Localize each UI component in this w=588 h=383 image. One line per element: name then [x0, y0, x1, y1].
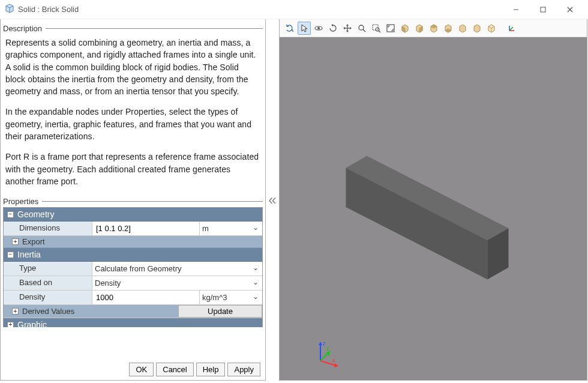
group-graphic-label: Graphic: [17, 320, 47, 327]
update-button[interactable]: Update: [178, 305, 262, 318]
view-right-icon[interactable]: [470, 22, 484, 35]
panel-collapse-handle[interactable]: «: [266, 19, 279, 381]
ok-button[interactable]: OK: [129, 363, 154, 376]
description-p3: Port R is a frame port that represents a…: [5, 151, 260, 187]
row-density: Density kg/m^3: [4, 291, 262, 305]
properties-tree[interactable]: − Geometry Dimensions m + E: [3, 207, 263, 327]
svg-marker-30: [460, 25, 466, 32]
cancel-button[interactable]: Cancel: [156, 363, 193, 376]
view-front-icon[interactable]: [398, 22, 412, 35]
svg-line-20: [379, 31, 380, 32]
svg-marker-12: [346, 24, 349, 26]
refresh-icon[interactable]: [283, 22, 296, 35]
axis-triad-icon: z x y: [310, 338, 340, 368]
svg-rect-3: [541, 7, 545, 12]
collapse-icon[interactable]: −: [7, 211, 14, 218]
svg-text:y: y: [326, 345, 329, 351]
viewport-toolbar: [280, 19, 587, 37]
view-iso-icon[interactable]: [485, 22, 498, 35]
svg-line-17: [363, 29, 365, 32]
maximize-button[interactable]: [529, 1, 556, 18]
basedon-select[interactable]: Density: [92, 277, 262, 289]
svg-marker-41: [319, 342, 322, 345]
svg-marker-15: [350, 27, 352, 29]
svg-marker-9: [331, 24, 333, 26]
svg-marker-44: [334, 363, 338, 367]
basedon-label: Based on: [4, 276, 92, 290]
subgroup-export[interactable]: + Export: [4, 236, 262, 248]
pan-icon[interactable]: [341, 22, 354, 35]
fit-icon[interactable]: [384, 22, 397, 35]
group-inertia[interactable]: − Inertia: [4, 248, 262, 262]
subgroup-derived[interactable]: + Derived Values: [4, 305, 178, 318]
view-left-icon[interactable]: [456, 22, 469, 35]
density-unit-select[interactable]: kg/m^3: [200, 292, 262, 303]
view-bottom-icon[interactable]: [442, 22, 455, 35]
type-select[interactable]: Calculate from Geometry: [92, 263, 262, 274]
group-graphic[interactable]: + Graphic: [4, 318, 262, 327]
expand-icon[interactable]: +: [12, 308, 19, 315]
svg-text:z: z: [323, 340, 326, 346]
group-geometry[interactable]: − Geometry: [4, 208, 262, 222]
close-button[interactable]: [556, 1, 583, 18]
svg-marker-14: [343, 27, 345, 29]
description-p1: Represents a solid combining a geometry,…: [5, 37, 260, 97]
help-button[interactable]: Help: [196, 363, 226, 376]
svg-marker-6: [302, 25, 307, 32]
minimize-button[interactable]: [502, 1, 529, 18]
svg-marker-31: [474, 25, 480, 32]
left-panel: Description Represents a solid combining…: [0, 19, 266, 381]
row-basedon: Based on Density: [4, 276, 262, 291]
svg-marker-13: [346, 31, 349, 32]
orbit-icon[interactable]: [312, 22, 325, 35]
cursor-icon[interactable]: [298, 22, 311, 35]
svg-line-36: [509, 27, 513, 31]
title-bar: Solid : Brick Solid: [0, 0, 588, 19]
zoom-icon[interactable]: [355, 22, 368, 35]
svg-point-16: [359, 25, 364, 30]
view-back-icon[interactable]: [413, 22, 426, 35]
description-header-label: Description: [3, 24, 42, 33]
expand-icon[interactable]: +: [7, 322, 14, 328]
derived-label: Derived Values: [22, 307, 74, 316]
app-cube-icon: [5, 4, 14, 15]
group-inertia-label: Inertia: [17, 250, 41, 259]
dialog-buttons: OK Cancel Help Apply: [3, 359, 263, 378]
expand-icon[interactable]: +: [12, 238, 19, 245]
density-label: Density: [4, 291, 92, 304]
dimensions-input[interactable]: [95, 224, 197, 233]
collapse-icon[interactable]: −: [7, 252, 14, 258]
row-dimensions: Dimensions m: [4, 222, 262, 236]
apply-button[interactable]: Apply: [227, 363, 260, 376]
svg-text:x: x: [332, 357, 335, 363]
density-input[interactable]: [95, 293, 197, 302]
zoom-region-icon[interactable]: [370, 22, 383, 35]
description-header: Description: [3, 24, 263, 33]
type-label: Type: [4, 262, 92, 276]
dimensions-unit-select[interactable]: m: [200, 223, 262, 234]
roll-icon[interactable]: [326, 22, 340, 35]
right-panel: z x y: [279, 19, 587, 381]
group-geometry-label: Geometry: [17, 210, 54, 219]
description-p2: In the expandable nodes under Properties…: [5, 106, 260, 142]
3d-viewport[interactable]: z x y: [280, 37, 587, 380]
view-top-icon[interactable]: [427, 22, 440, 35]
row-type: Type Calculate from Geometry: [4, 262, 262, 276]
window-title: Solid : Brick Solid: [18, 5, 502, 14]
properties-header-label: Properties: [3, 197, 38, 206]
description-text: Represents a solid combining a geometry,…: [3, 34, 263, 192]
properties-header: Properties: [3, 197, 263, 206]
dimensions-label: Dimensions: [4, 222, 92, 235]
export-label: Export: [22, 237, 45, 246]
axes-icon[interactable]: [505, 22, 518, 35]
svg-point-8: [317, 27, 320, 29]
